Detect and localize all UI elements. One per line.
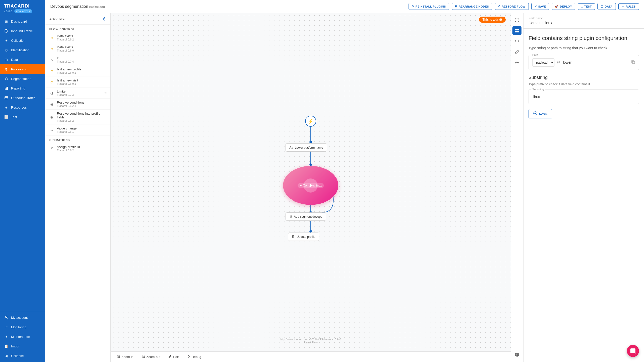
zoom-in-button[interactable]: Zoom-in bbox=[115, 354, 136, 360]
plugin-icon-value-change: ↝ bbox=[49, 128, 54, 132]
sidebar-item-import[interactable]: 📋 Import bbox=[0, 341, 45, 351]
at-symbol: @ bbox=[556, 60, 560, 64]
copy-icon[interactable] bbox=[631, 60, 635, 65]
plugin-resolve-profile-fields[interactable]: ◉ Resolve conditions into profile fields… bbox=[45, 110, 110, 124]
config-save-button[interactable]: SAVE bbox=[529, 109, 552, 118]
sidebar-item-reporting[interactable]: Reporting bbox=[0, 83, 45, 93]
gear-icon-btn[interactable] bbox=[512, 58, 521, 67]
substring-input[interactable] bbox=[532, 93, 635, 101]
code-icon-btn[interactable] bbox=[512, 37, 521, 46]
sidebar-label-collapse: Collapse bbox=[11, 354, 24, 358]
rearrange-nodes-button[interactable]: ⊞ REARRANGE NODES bbox=[452, 3, 492, 10]
plugin-limiter[interactable]: ◑ Limiter Tracardi 0.7.3 ☆ bbox=[45, 87, 110, 99]
sidebar-item-processing[interactable]: Processing bbox=[0, 64, 45, 74]
import-icon: 📋 bbox=[4, 344, 9, 348]
app-env: development bbox=[14, 9, 32, 13]
sidebar-item-collection[interactable]: ✦ Collection bbox=[0, 36, 45, 45]
plugin-value-change[interactable]: ↝ Value change Tracardi 0.6.1 bbox=[45, 124, 110, 135]
node-name-value: Contains linux bbox=[529, 21, 639, 25]
pencil-icon-btn[interactable] bbox=[512, 47, 521, 56]
sidebar-item-segmentation[interactable]: ⬡ Segmentation bbox=[0, 74, 45, 83]
sidebar-item-collapse[interactable]: ◀ Collapse bbox=[0, 351, 45, 360]
plugin-icon-new-profile: ◇ bbox=[49, 69, 54, 73]
save-icon: ✓ bbox=[535, 5, 537, 8]
svg-marker-18 bbox=[310, 184, 313, 187]
sidebar-item-my-account[interactable]: My account bbox=[0, 313, 45, 322]
sidebar-item-maintenance[interactable]: ✦ Maintenance bbox=[0, 332, 45, 341]
flow-canvas-inner: ⚡ Aa Lower platform name ✦ Contains linu… bbox=[111, 13, 511, 341]
svg-rect-4 bbox=[6, 87, 7, 90]
svg-line-24 bbox=[144, 357, 145, 358]
plugin-if[interactable]: ∿ If Tracardi 0.7.4 bbox=[45, 54, 110, 65]
flow-svg-container: ⚡ Aa Lower platform name ✦ Contains linu… bbox=[268, 112, 353, 243]
sidebar-item-resources[interactable]: ◈ Resources bbox=[0, 103, 45, 112]
sidebar: TRACARDI v.0.8.0 development ⊞ Dashboard… bbox=[0, 0, 45, 362]
data-button[interactable]: ▢ DATA bbox=[597, 3, 616, 10]
plugin-icon-limiter: ◑ bbox=[49, 91, 54, 95]
plugin-icon-new-visit: ◇ bbox=[49, 80, 54, 84]
config-icon-btn[interactable] bbox=[512, 26, 521, 35]
plugin-assign-profile-id[interactable]: # Assign profile id Tracardi 0.6.2 bbox=[45, 143, 110, 154]
sidebar-label-maintenance: Maintenance bbox=[11, 335, 30, 339]
svg-rect-35 bbox=[632, 61, 635, 64]
restore-flow-button[interactable]: ↺ RESTORE FLOW bbox=[495, 3, 529, 10]
config-panel-body: Field contains string plugin configurati… bbox=[524, 29, 644, 362]
reinstall-icon: ⟳ bbox=[412, 5, 414, 8]
sidebar-item-data[interactable]: ▢ Data bbox=[0, 55, 45, 64]
play-button[interactable] bbox=[304, 178, 318, 193]
flow-node-lower-platform[interactable]: Aa Lower platform name bbox=[286, 143, 327, 152]
test-button[interactable]: □ TEST bbox=[578, 3, 595, 10]
svg-point-9 bbox=[104, 18, 105, 19]
inbound-traffic-icon bbox=[4, 29, 9, 33]
flow-node-contains-linux[interactable]: ✦ Contains linux bbox=[283, 166, 338, 205]
sidebar-label-identification: Identification bbox=[11, 48, 29, 52]
plugin-resolve-conditions[interactable]: ◉ Resolve conditions Tracardi 0.6.2.1 bbox=[45, 99, 110, 110]
svg-point-2 bbox=[6, 69, 7, 70]
path-input[interactable] bbox=[562, 59, 629, 66]
plugin-data-exists-2[interactable]: ◇ Data exists Tracardi 0.8.0 bbox=[45, 43, 110, 54]
plugin-new-visit[interactable]: ◇ Is it a new visit Tracardi 0.6.0.1 bbox=[45, 76, 110, 87]
sidebar-item-test[interactable]: ⬜ Test bbox=[0, 112, 45, 122]
edit-icon bbox=[168, 355, 172, 359]
plugin-data-exists-1[interactable]: ◇ Data exists Tracardi 0.6.2 bbox=[45, 32, 110, 43]
sidebar-item-identification[interactable]: ◎ Identification bbox=[0, 45, 45, 55]
sidebar-item-inbound-traffic[interactable]: Inbound Traffic bbox=[0, 26, 45, 36]
sidebar-label-monitoring: Monitoring bbox=[11, 325, 26, 329]
data-btn-icon: ▢ bbox=[601, 5, 603, 8]
save-button[interactable]: ✓ SAVE bbox=[531, 3, 549, 10]
canvas-area[interactable]: This is a draft bbox=[111, 13, 511, 351]
left-panel: Action filter FLOW CONTROL ◇ Data exists… bbox=[45, 13, 111, 362]
flow-node-update-profile[interactable]: 🗄 Update profile bbox=[288, 233, 319, 241]
debug-button[interactable]: Debug bbox=[185, 354, 203, 360]
flow-control-section-title: FLOW CONTROL bbox=[45, 25, 110, 32]
chat-bubble-button[interactable] bbox=[627, 345, 639, 357]
zoom-out-button[interactable]: Zoom-out bbox=[140, 354, 163, 360]
info-icon-btn[interactable] bbox=[512, 16, 521, 25]
zoom-in-icon bbox=[117, 355, 120, 359]
path-select[interactable]: payload profile session bbox=[532, 58, 554, 67]
config-description: Type string or path to string that you w… bbox=[529, 46, 639, 50]
svg-rect-30 bbox=[515, 29, 517, 30]
sidebar-label-data: Data bbox=[11, 58, 18, 62]
plugin-icon-if: ∿ bbox=[49, 58, 54, 62]
sidebar-item-outbound-traffic[interactable]: Outbound Traffic bbox=[0, 93, 45, 103]
sidebar-item-monitoring[interactable]: 〰 Monitoring bbox=[0, 322, 45, 332]
svg-marker-26 bbox=[188, 355, 190, 358]
edit-button[interactable]: Edit bbox=[166, 354, 181, 360]
star-icon[interactable]: ☆ bbox=[104, 91, 107, 95]
test-icon: □ bbox=[581, 5, 583, 8]
reinstall-plugins-button[interactable]: ⟳ REINSTALL PLUGINS bbox=[409, 3, 449, 10]
sidebar-item-dashboard[interactable]: ⊞ Dashboard bbox=[0, 17, 45, 26]
deploy-button[interactable]: 🚀 DEPLOY bbox=[552, 3, 575, 10]
book-icon-btn[interactable] bbox=[512, 350, 521, 359]
lower-platform-icon: Aa bbox=[289, 146, 293, 149]
segmentation-icon: ⬡ bbox=[4, 76, 9, 81]
plugin-new-profile[interactable]: ◇ Is it a new profile Tracardi 0.6.0.1 bbox=[45, 65, 110, 76]
sidebar-label-inbound: Inbound Traffic bbox=[11, 29, 33, 33]
flow-node-add-segment[interactable]: ⚙ Add segment devops bbox=[286, 212, 326, 221]
filter-icon[interactable] bbox=[102, 17, 106, 22]
sidebar-bottom: My account 〰 Monitoring ✦ Maintenance 📋 … bbox=[0, 311, 45, 362]
rules-button[interactable]: ↔ RULES bbox=[618, 3, 639, 10]
flow-node-trigger[interactable]: ⚡ bbox=[305, 116, 316, 127]
content-area: Action filter FLOW CONTROL ◇ Data exists… bbox=[45, 13, 644, 362]
